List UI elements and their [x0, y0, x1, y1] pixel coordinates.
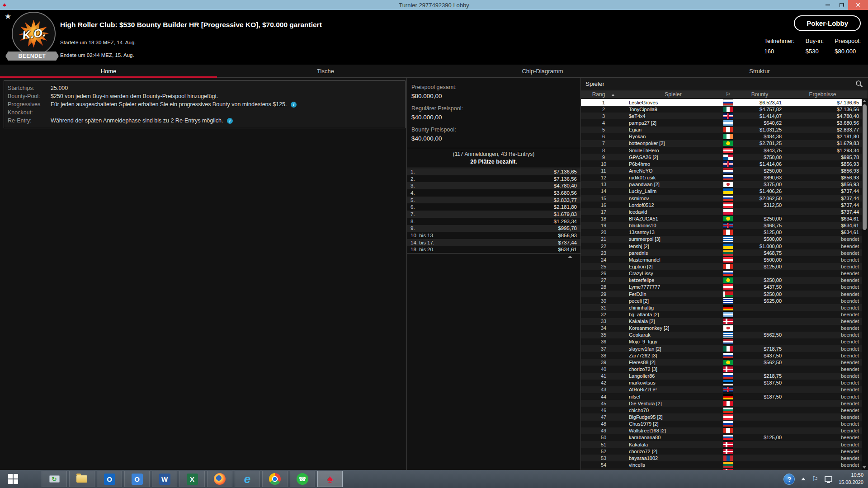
table-row[interactable]: 38Zar77262 [3]$437,50beendet: [581, 352, 862, 359]
table-row[interactable]: 14Lucky_Lalim$1.406,26$737,44: [581, 188, 862, 195]
table-row[interactable]: 25Egption [2]$125,00beendet: [581, 263, 862, 270]
table-row[interactable]: 34Koreanmonkey [2]beendet: [581, 325, 862, 332]
taskbar-item-internet-explorer[interactable]: e: [235, 471, 260, 487]
table-row[interactable]: 29FerDJin$250,00beendet: [581, 291, 862, 297]
table-row[interactable]: 36Mojo_9_Iggybeendet: [581, 338, 862, 345]
table-row[interactable]: 16Lordof0512$312,50$737,44: [581, 202, 862, 208]
taskbar-item-chrome[interactable]: [262, 471, 288, 487]
table-row[interactable]: 11AmeNeYO$250,00$856,93: [581, 167, 862, 174]
table-row[interactable]: 33Kakalala [2]beendet: [581, 318, 862, 325]
table-row[interactable]: 49Wallstreet168 [2]beendet: [581, 427, 862, 434]
table-row[interactable]: 24Mastermandel$500,00beendet: [581, 256, 862, 263]
table-row[interactable]: 2013santoy13$125,00$634,61: [581, 229, 862, 236]
table-row[interactable]: 31chininhaltigbeendet: [581, 304, 862, 311]
table-row[interactable]: 9GPASA26 [2]$750,00$995,78: [581, 154, 862, 160]
table-row[interactable]: 19blacklions10$468,75$634,61: [581, 222, 862, 229]
table-row[interactable]: 40chorizo72 [3]beendet: [581, 366, 862, 372]
action-center-flag-icon[interactable]: ⚐: [812, 475, 818, 483]
table-row[interactable]: 55…72$125,00beendet: [581, 469, 862, 470]
search-icon[interactable]: [855, 80, 863, 88]
table-row[interactable]: 27ketzerfelipe$250,00beendet: [581, 277, 862, 284]
payout-row: 10. bis 13. $856,93: [407, 232, 580, 239]
poker-lobby-button[interactable]: Poker-Lobby: [794, 15, 861, 31]
column-header-results[interactable]: Ergebnisse: [783, 91, 862, 98]
taskbar-item-outlook[interactable]: O: [97, 471, 122, 487]
player-rank: 47: [581, 414, 626, 420]
sync-center-icon: ↻: [49, 475, 60, 483]
info-icon[interactable]: i: [227, 118, 233, 124]
close-button[interactable]: ✕: [848, 0, 868, 10]
collapse-payouts-button[interactable]: [407, 253, 580, 260]
scrollbar-thumb[interactable]: [863, 104, 867, 230]
player-result: $634,61: [783, 230, 862, 235]
table-row[interactable]: 3$eT4x4$1.414,07$4.780,40: [581, 113, 862, 119]
tab-tische[interactable]: Tische: [217, 65, 434, 77]
scroll-up-icon[interactable]: [863, 100, 866, 102]
table-row[interactable]: 1LeslieGroves$6.523,41$7.136,65: [581, 99, 862, 106]
table-row[interactable]: 4pampa27 [2]$640,62$3.680,56: [581, 119, 862, 126]
column-header-player[interactable]: Spieler: [626, 91, 720, 98]
taskbar-item-word[interactable]: W: [152, 471, 177, 487]
table-row[interactable]: 17icedavid$737,44: [581, 208, 862, 215]
minimize-button[interactable]: [821, 0, 835, 10]
info-icon[interactable]: i: [291, 102, 297, 108]
table-row[interactable]: 21summerpol [3]$500,00beendet: [581, 236, 862, 243]
table-row[interactable]: 54vincelisbeendet: [581, 461, 862, 468]
table-row[interactable]: 5Egian$1.031,25$2.833,77: [581, 127, 862, 133]
table-row[interactable]: 46chicho70beendet: [581, 407, 862, 413]
table-row[interactable]: 53bayaraa1002beendet: [581, 455, 862, 461]
tab-home[interactable]: Home: [0, 65, 217, 77]
table-row[interactable]: 51Kakalalabeendet: [581, 441, 862, 448]
table-row[interactable]: 44nilsef$187,50beendet: [581, 393, 862, 400]
table-row[interactable]: 52chorizo72 [2]beendet: [581, 448, 862, 455]
table-row[interactable]: 7botteonpoker [2]$2.781,25$1.679,83: [581, 140, 862, 147]
table-row[interactable]: 2TonyCipolla9$4.757,82$7.136,56: [581, 106, 862, 113]
table-row[interactable]: 8SmilleThHero$843,75$1.293,34: [581, 147, 862, 154]
favorite-star-icon[interactable]: ★: [5, 12, 11, 21]
taskbar-item-excel[interactable]: X: [179, 471, 205, 487]
table-row[interactable]: 13pwandwan [2]$375,00$856,93: [581, 181, 862, 188]
column-header-rank[interactable]: Rang: [581, 91, 626, 98]
taskbar-clock[interactable]: 10:50 15.08.2020: [839, 472, 863, 486]
tray-chevron-up-icon[interactable]: [801, 478, 806, 480]
table-row[interactable]: 50karabanana80$125,00beendet: [581, 434, 862, 441]
table-row[interactable]: 12rudik01rusik$890,63$856,93: [581, 174, 862, 181]
tab-chip-diagramm[interactable]: Chip-Diagramm: [434, 65, 651, 77]
table-row[interactable]: 18BRAZUCA51$250,00$634,61: [581, 215, 862, 222]
player-result: $856,93: [783, 182, 862, 187]
taskbar-item-sync-center[interactable]: ↻: [42, 471, 67, 487]
table-row[interactable]: 45Die Ventura [2]beendet: [581, 400, 862, 407]
table-row[interactable]: 28Lyme7777777$437,50beendet: [581, 284, 862, 291]
taskbar-item-firefox[interactable]: [207, 471, 232, 487]
table-row[interactable]: 23parednis$468,75beendet: [581, 249, 862, 256]
scroll-down-icon[interactable]: [863, 466, 866, 469]
table-row[interactable]: 37slayerv1fan [2]$718,75beendet: [581, 345, 862, 352]
table-row[interactable]: 42markovitsus$187,50beendet: [581, 380, 862, 386]
taskbar-item-file-explorer[interactable]: [69, 471, 94, 487]
table-row[interactable]: 48Chus1979 [2]beendet: [581, 421, 862, 427]
maximize-button[interactable]: [835, 0, 848, 10]
help-icon[interactable]: ?: [783, 474, 795, 485]
table-row[interactable]: 41Langolier86$218,75beendet: [581, 373, 862, 380]
table-row[interactable]: 22tenshj [2]$1.000,00beendet: [581, 243, 862, 249]
player-name: Lyme7777777: [626, 284, 720, 290]
tab-struktur[interactable]: Struktur: [651, 65, 868, 77]
table-row[interactable]: 43AfRoBiZzLe!beendet: [581, 386, 862, 393]
table-row[interactable]: 6Ryokan$484,38$2.181,80: [581, 133, 862, 140]
table-row[interactable]: 47BigFudge95 [2]beendet: [581, 413, 862, 420]
taskbar-item-whatsapp[interactable]: ☎: [290, 471, 315, 487]
table-row[interactable]: 39Eleres88 [2]$562,50beendet: [581, 359, 862, 366]
table-row[interactable]: 35Geokarak$562,50beendet: [581, 332, 862, 338]
start-button[interactable]: [0, 470, 26, 488]
table-row[interactable]: 26CrazyLissybeendet: [581, 270, 862, 277]
table-row[interactable]: 32bg_atlanta [2]beendet: [581, 311, 862, 318]
table-row[interactable]: 10P6b4hmo$1.414,06$856,93: [581, 160, 862, 167]
players-scrollbar[interactable]: [862, 99, 868, 470]
table-row[interactable]: 30peceli [2]$625,00beendet: [581, 297, 862, 304]
taskbar-item-outlook-2[interactable]: O: [124, 471, 150, 487]
column-header-bounty[interactable]: Bounty: [736, 91, 783, 98]
flag-column-icon[interactable]: ⚐: [720, 91, 736, 98]
network-display-icon[interactable]: [825, 476, 832, 482]
taskbar-item-pokerstars[interactable]: ♠: [317, 471, 343, 487]
table-row[interactable]: 15nsmirnov$2.062,50$737,44: [581, 195, 862, 202]
